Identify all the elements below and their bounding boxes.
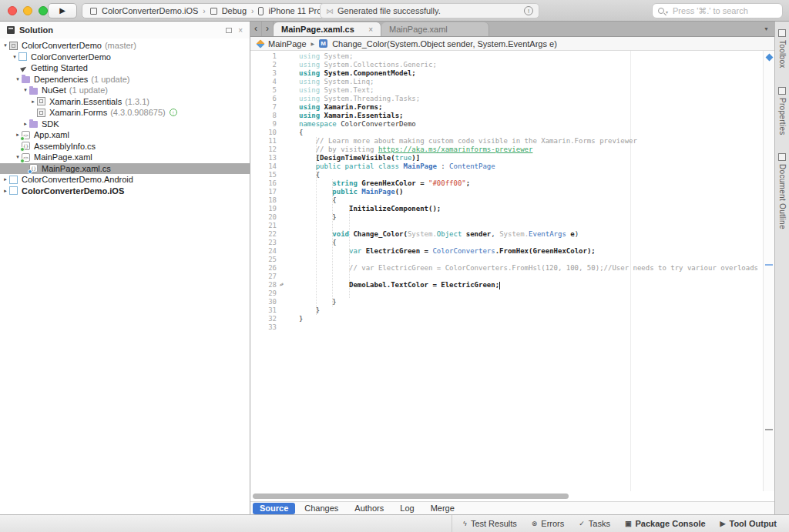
- code-text: using System.Text;: [299, 86, 374, 95]
- zoom-window-button[interactable]: [39, 6, 48, 15]
- code-line-3[interactable]: 3using System.ComponentModel;: [250, 69, 763, 78]
- code-line-22[interactable]: 22 void Change_Color(System.Object sende…: [250, 230, 763, 239]
- cs-icon: {}: [29, 164, 38, 172]
- text-caret: [499, 282, 500, 289]
- code-editor[interactable]: 1using System;2using System.Collections.…: [250, 51, 774, 491]
- code-line-26[interactable]: 26 // var ElectricGreen = ColorConverter…: [250, 264, 763, 273]
- chevron-down-icon[interactable]: ▾: [2, 42, 9, 49]
- tree-item-suffix: (master): [105, 41, 136, 50]
- tab-close-icon[interactable]: ×: [358, 25, 373, 34]
- code-line-24[interactable]: 24 var ElectricGreen = ColorConverters.F…: [250, 247, 763, 256]
- tree-item-nuget[interactable]: ▾NuGet(1 update): [0, 85, 250, 96]
- bottom-tab-log[interactable]: Log: [393, 503, 421, 514]
- bottom-tab-merge[interactable]: Merge: [424, 503, 462, 514]
- code-line-7[interactable]: 7using Xamarin.Forms;: [250, 103, 763, 112]
- code-line-11[interactable]: 11 // Learn more about making custom cod…: [250, 137, 763, 146]
- code-line-6[interactable]: 6using System.Threading.Tasks;: [250, 95, 763, 103]
- code-line-2[interactable]: 2using System.Collections.Generic;: [250, 61, 763, 69]
- code-line-31[interactable]: 31 }: [250, 306, 763, 315]
- code-line-19[interactable]: 19 InitializeComponent();: [250, 205, 763, 213]
- code-line-15[interactable]: 15 {: [250, 171, 763, 179]
- tree-item-label: Xamarin.Essentials: [49, 97, 122, 106]
- bottom-tab-changes[interactable]: Changes: [297, 503, 345, 514]
- status-item-tool-output[interactable]: ▶Tool Output: [720, 519, 777, 528]
- chevron-down-icon[interactable]: ▾: [11, 54, 18, 60]
- search-field[interactable]: ▾ Press '⌘.' to search: [652, 3, 783, 18]
- chevron-down-icon[interactable]: ▾: [14, 76, 22, 82]
- tab-overflow-button[interactable]: ▼: [764, 26, 769, 32]
- tree-item-mainpage-xaml-cs[interactable]: {}MainPage.xaml.cs: [0, 163, 250, 175]
- code-line-20[interactable]: 20 }: [250, 213, 763, 222]
- chevron-right-icon[interactable]: ▸: [2, 176, 9, 182]
- code-line-27[interactable]: 27: [250, 273, 763, 281]
- code-line-33[interactable]: 33: [250, 323, 763, 332]
- line-number: 7: [250, 103, 277, 112]
- tree-item-app-xaml[interactable]: ▸<>App.xaml: [0, 129, 250, 141]
- tab-mainpage-xaml-cs[interactable]: MainPage.xaml.cs×: [274, 22, 381, 36]
- chevron-right-icon[interactable]: ▸: [22, 121, 29, 127]
- code-line-5[interactable]: 5using System.Text;: [250, 86, 763, 95]
- code-line-28[interactable]: 28✎ DemoLabel.TextColor = ElectricGreen;: [250, 281, 763, 289]
- bottom-tab-source[interactable]: Source: [253, 503, 295, 514]
- vertical-tab-toolbox[interactable]: Toolbox: [778, 29, 787, 69]
- code-line-10[interactable]: 10{: [250, 129, 763, 137]
- run-button[interactable]: ▶: [48, 3, 77, 18]
- overview-ruler[interactable]: [763, 51, 774, 491]
- status-item-package-console[interactable]: ▣Package Console: [625, 519, 706, 528]
- package-icon: [37, 109, 45, 117]
- tree-item-getting-started[interactable]: Getting Started: [0, 62, 250, 74]
- code-line-25[interactable]: 25: [250, 256, 763, 264]
- minimize-window-button[interactable]: [23, 6, 32, 15]
- chevron-down-icon[interactable]: ▾: [22, 87, 29, 93]
- code-line-9[interactable]: 9namespace ColorConverterDemo: [250, 120, 763, 129]
- code-line-13[interactable]: 13 [DesignTimeVisible(true)]: [250, 154, 763, 162]
- code-line-17[interactable]: 17 public MainPage(): [250, 188, 763, 196]
- code-line-18[interactable]: 18 {: [250, 196, 763, 205]
- line-number: 6: [250, 95, 277, 103]
- breadcrumb-scope[interactable]: MainPage: [268, 39, 307, 49]
- tree-item-colorconverterdemo-android[interactable]: ▸ColorConverterDemo.Android: [0, 174, 250, 186]
- tree-item-label: ColorConverterDemo.Android: [22, 175, 133, 184]
- scrollbar-thumb[interactable]: [253, 494, 569, 499]
- tree-item-colorconverterdemo[interactable]: ▾ColorConverterDemo(master): [0, 40, 250, 52]
- chevron-right-icon[interactable]: ▸: [2, 188, 9, 194]
- code-line-14[interactable]: 14 public partial class MainPage : Conte…: [250, 162, 763, 171]
- tree-item-mainpage-xaml[interactable]: ▾<>MainPage.xaml: [0, 152, 250, 163]
- status-item-tasks[interactable]: ✓Tasks: [579, 519, 610, 528]
- tree-item-xamarin-forms[interactable]: Xamarin.Forms(4.3.0.908675)↑: [0, 107, 250, 119]
- tree-item-assemblyinfo-cs[interactable]: {}AssemblyInfo.cs: [0, 141, 250, 152]
- code-line-23[interactable]: 23 {: [250, 239, 763, 247]
- chevron-right-icon[interactable]: ▸: [29, 99, 37, 105]
- code-line-12[interactable]: 12 // by visiting https://aka.ms/xamarin…: [250, 146, 763, 154]
- tree-item-colorconverterdemo-ios[interactable]: ▸ColorConverterDemo.iOS: [0, 186, 250, 197]
- tree-item-sdk[interactable]: ▸SDK: [0, 119, 250, 130]
- info-icon[interactable]: !: [524, 6, 533, 15]
- tab-mainpage-xaml[interactable]: MainPage.xaml: [381, 22, 489, 36]
- status-bubble[interactable]: ⋈ Generated file successfully. !: [320, 3, 539, 18]
- close-window-button[interactable]: [8, 6, 17, 15]
- code-line-30[interactable]: 30 }: [250, 298, 763, 306]
- breadcrumb-member[interactable]: Change_Color(System.Object sender, Syste…: [332, 39, 557, 49]
- tree-item-dependencies[interactable]: ▾Dependencies(1 update): [0, 74, 250, 85]
- status-item-label: Errors: [541, 519, 564, 528]
- nav-back-button[interactable]: ‹: [250, 22, 262, 36]
- tree-item-xamarin-essentials[interactable]: ▸Xamarin.Essentials(1.3.1): [0, 96, 250, 108]
- code-line-32[interactable]: 32}: [250, 315, 763, 323]
- code-line-21[interactable]: 21: [250, 222, 763, 230]
- status-item-errors[interactable]: ⊗Errors: [532, 519, 565, 528]
- dock-pad-icon[interactable]: [226, 28, 232, 33]
- vertical-tab-document-outline[interactable]: Document Outline: [778, 153, 787, 229]
- code-line-1[interactable]: 1using System;: [250, 52, 763, 61]
- code-line-29[interactable]: 29: [250, 289, 763, 298]
- close-pad-icon[interactable]: ×: [238, 26, 243, 35]
- status-item-test-results[interactable]: ϟTest Results: [463, 519, 517, 528]
- vertical-tab-properties[interactable]: Properties: [778, 87, 787, 136]
- code-line-4[interactable]: 4using System.Linq;: [250, 78, 763, 86]
- line-number: 31: [250, 306, 277, 315]
- tree-item-colorconverterdemo[interactable]: ▾ColorConverterDemo: [0, 52, 250, 63]
- horizontal-scrollbar[interactable]: [250, 491, 774, 501]
- nav-forward-button[interactable]: ›: [262, 22, 274, 36]
- code-line-8[interactable]: 8using Xamarin.Essentials;: [250, 112, 763, 120]
- bottom-tab-authors[interactable]: Authors: [347, 503, 391, 514]
- code-line-16[interactable]: 16 string GreenHexColor = "#00ff00";: [250, 179, 763, 188]
